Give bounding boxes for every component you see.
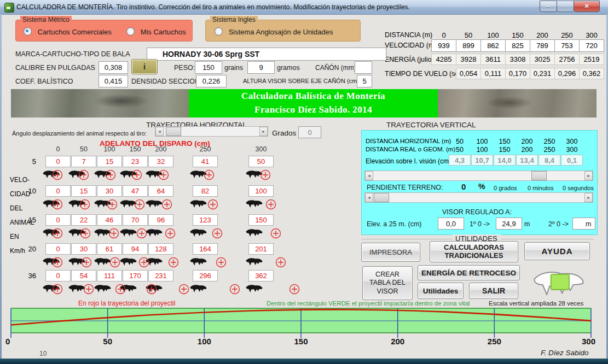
- velocity-value-box: 825: [505, 39, 530, 52]
- adelanto-value-box: 296: [193, 270, 218, 281]
- scroll-left-arrow[interactable]: ◂: [365, 193, 373, 202]
- scroll-left-arrow[interactable]: ◂: [155, 127, 164, 136]
- radio-unselected-icon[interactable]: [215, 27, 223, 36]
- crosshair-icon: [83, 283, 95, 295]
- marca-label: MARCA-CARTUCHO-TIPO DE BALA: [15, 50, 130, 58]
- ballistics-row-label: TIEMPO DE VUELO (seg): [385, 70, 465, 78]
- angle-scrollbar[interactable]: ◂▸: [155, 126, 268, 137]
- peso-grains-input[interactable]: 150: [195, 61, 222, 74]
- adelanto-value-box: 150: [248, 214, 274, 226]
- radio-selected-icon[interactable]: [24, 27, 32, 36]
- distance-header-value: 0: [432, 31, 456, 39]
- running-animal-icon: [189, 198, 207, 211]
- adelanto-value-box: 46: [97, 214, 122, 226]
- boar-icon: [521, 267, 595, 303]
- calibre-input[interactable]: 0,308: [99, 61, 128, 74]
- peso-gramos-input[interactable]: 9: [247, 61, 275, 74]
- crosshair-icon: [51, 198, 63, 210]
- scroll-right-arrow[interactable]: ▸: [584, 193, 593, 202]
- salir-button[interactable]: SALIR: [469, 283, 518, 299]
- ayuda-button[interactable]: AYUDA: [524, 242, 590, 260]
- radio-unselected-icon[interactable]: [126, 27, 135, 36]
- adelanto-value-box: 30: [97, 185, 122, 197]
- crosshair-icon: [131, 169, 143, 181]
- chart-tick-label: 300: [571, 337, 595, 346]
- crosshair-icon: [83, 283, 95, 295]
- crosshair-icon: [51, 256, 63, 268]
- boar-icon: [245, 256, 263, 269]
- crosshair-icon: [167, 256, 179, 268]
- speed-row-label: 5: [22, 157, 36, 166]
- impresora-button[interactable]: IMPRESORA: [361, 243, 420, 262]
- gramos-label: gramos: [277, 64, 300, 72]
- boar-icon: [189, 198, 207, 211]
- crosshair-icon: [167, 256, 179, 268]
- radio-mis-cartuchos[interactable]: Mis Cartuchos: [126, 27, 186, 36]
- boar-icon: [189, 256, 207, 269]
- dist-horizontal-value: 200: [516, 138, 538, 145]
- pendiente-scrollbar[interactable]: ◂▸: [364, 192, 593, 203]
- crosshair-icon: [288, 283, 300, 295]
- adelanto-value-box: 15: [71, 185, 96, 197]
- distance-header-value: 50: [456, 31, 480, 39]
- distance-header-value: 100: [481, 31, 505, 39]
- dist-horizontal-label: DISTANCIA HORIZONTAL (m): [366, 138, 451, 144]
- coef-input[interactable]: 0,415: [99, 75, 128, 87]
- crosshair-icon: [108, 227, 120, 239]
- zero1-input[interactable]: 24,9: [496, 218, 522, 230]
- adelanto-column-header: 100: [97, 145, 121, 153]
- elevation-value-box: 0,1: [561, 155, 583, 166]
- grados-input[interactable]: 0: [298, 126, 321, 138]
- utilidades-button[interactable]: Utilidades: [418, 283, 464, 299]
- crear-tabla-button[interactable]: CREAR TABLA DEL VISOR: [362, 266, 413, 300]
- title-bar: CALCULADORA DE MONTERÍA. Tiro instintivo…: [0, 0, 608, 15]
- crosshair-icon: [265, 198, 277, 210]
- crosshair-icon: [80, 256, 92, 268]
- scroll-thumb[interactable]: [531, 171, 547, 180]
- scroll-left-arrow[interactable]: ◂: [365, 171, 373, 180]
- speed-row-label: 36: [22, 272, 36, 280]
- radio-cartuchos-comerciales[interactable]: Cartuchos Comerciales: [24, 27, 112, 36]
- crosshair-icon: [109, 256, 121, 268]
- vital-zone-rect: [551, 274, 569, 290]
- elevation-value-box: 13,4: [516, 155, 538, 166]
- crosshair-icon: [288, 283, 300, 295]
- densidad-input[interactable]: 0,226: [196, 75, 227, 87]
- zero2-input[interactable]: [572, 218, 595, 230]
- dist-real-label: DISTANCIA REAL o GEOM. (m): [366, 146, 455, 152]
- crosshair-icon: [215, 256, 227, 268]
- crosshair-icon: [51, 169, 63, 181]
- maximize-button[interactable]: ▫: [557, 1, 574, 12]
- minimize-button[interactable]: –: [540, 1, 557, 12]
- calculadoras-button[interactable]: CALCULADORAS TRADICIONALES: [430, 241, 518, 262]
- marca-input[interactable]: HORNADY 30-06 Sprg SST: [147, 48, 386, 61]
- scroll-right-arrow[interactable]: ▸: [259, 127, 268, 136]
- adelanto-column-header: 200: [149, 145, 173, 153]
- scroll-thumb[interactable]: [166, 127, 181, 136]
- distance-header-value: 250: [555, 31, 579, 39]
- peso-label: PESO:: [174, 64, 195, 72]
- adelanto-value-box: 61: [97, 243, 122, 255]
- window-title: CALCULADORA DE MONTERÍA. Tiro instintivo…: [16, 3, 410, 11]
- adelanto-value-box: 231: [148, 270, 173, 281]
- adelanto-value-box: 41: [193, 156, 218, 167]
- calibre-label: CALIBRE EN PULGADAS: [15, 64, 95, 72]
- velocity-value-box: 862: [480, 39, 506, 52]
- close-button[interactable]: ✕: [574, 1, 600, 12]
- info-button[interactable]: i: [131, 59, 158, 74]
- adelanto-value-box: 7: [71, 156, 96, 167]
- scroll-thumb[interactable]: [374, 193, 389, 202]
- scroll-right-arrow[interactable]: ▸: [584, 171, 593, 180]
- dist-real-value: 250: [538, 146, 560, 154]
- altura-visor-input[interactable]: 5: [357, 75, 372, 87]
- adelanto-column-header: 300: [249, 145, 273, 153]
- elev25-input[interactable]: 0,0: [438, 218, 464, 230]
- radio-anglosajon[interactable]: Sistema Anglosajón de Unidades: [215, 27, 333, 36]
- running-animal-icon: [189, 283, 207, 296]
- distance-header-value: 300: [580, 31, 604, 39]
- adelanto-value-box: 15: [97, 156, 122, 167]
- elevation-scrollbar[interactable]: ◂▸: [364, 171, 593, 181]
- canon-input[interactable]: [355, 61, 372, 74]
- crosshair-icon: [164, 227, 176, 239]
- energia-retroceso-button[interactable]: ENERGÍA DE RETROCESO: [418, 265, 520, 280]
